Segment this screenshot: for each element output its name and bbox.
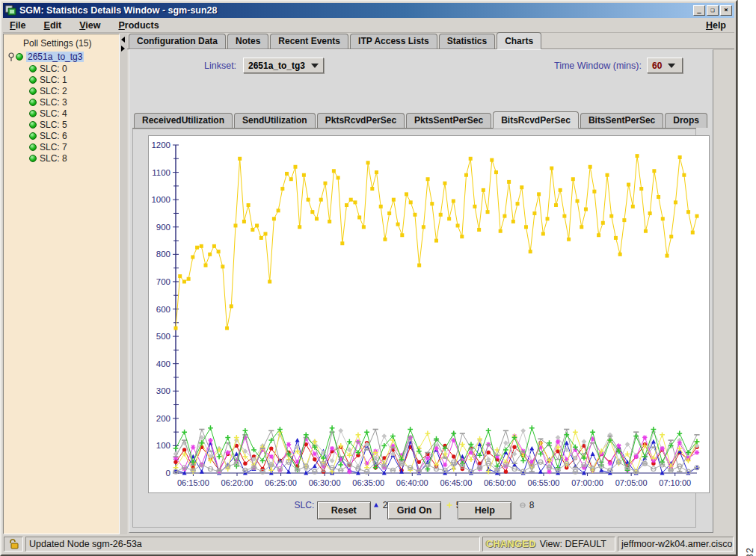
app-window: SGM: Statistics Details Window - sgm-sun… [0,0,737,556]
svg-text:0: 0 [166,469,170,478]
tree-item-label: SLC: 8 [40,153,67,164]
tab-configuration-data[interactable]: Configuration Data [129,34,226,49]
charts-tab-content: Linkset: 2651a_to_tg3 Time Window (mins)… [129,49,713,533]
tree-item-7[interactable]: SLC: 7 [29,141,119,152]
minimize-button[interactable]: _ [693,5,705,16]
chart-tab-bitssentpersec[interactable]: BitsSentPerSec [580,113,663,128]
menu-bar: FileEditViewProductsHelp [3,18,734,33]
tree-item-3[interactable]: SLC: 3 [29,96,119,108]
svg-text:1100: 1100 [152,168,170,177]
svg-text:900: 900 [156,223,170,232]
time-window-dropdown[interactable]: 60 [647,58,683,73]
tree-expand-handle[interactable] [7,52,16,62]
svg-text:06:25:00: 06:25:00 [265,478,297,487]
chart-card: 0100200300400500600700800900100011001200… [132,129,696,528]
chart-buttons-row: Reset Grid On Help [133,501,695,519]
chevron-down-icon [668,64,675,68]
host-name: jeffmoor-w2k04.amer.cisco.com [621,539,734,549]
reset-button[interactable]: Reset [317,501,371,519]
figure-number: 89582 [744,547,755,556]
tree-children: SLC: 0SLC: 1SLC: 2SLC: 3SLC: 4SLC: 5SLC:… [29,63,119,164]
status-ball-icon [29,65,37,72]
status-ball-icon [29,121,37,129]
chart-tab-receivedutilization[interactable]: ReceivedUtilization [134,113,233,128]
svg-text:07:10:00: 07:10:00 [659,478,691,487]
chart-tab-pktsrcvdpersec[interactable]: PktsRcvdPerSec [317,113,405,128]
tree-item-8[interactable]: SLC: 8 [29,152,119,164]
status-bar: Updated Node sgm-26-53a CHANGED View: DE… [3,535,734,553]
tab-recent-events[interactable]: Recent Events [270,34,348,49]
tree-item-label: SLC: 0 [40,64,67,74]
svg-text:06:35:00: 06:35:00 [352,478,384,487]
close-button[interactable]: × [720,5,732,16]
svg-text:07:05:00: 07:05:00 [615,478,648,487]
chart-tab-bitsrcvdpersec[interactable]: BitsRcvdPerSec [493,111,579,129]
status-message-panel: Updated Node sgm-26-53a [25,537,480,552]
tree-item-label: SLC: 7 [40,142,67,152]
menu-view[interactable]: View [77,19,102,31]
title-bar[interactable]: SGM: Statistics Details Window - sgm-sun… [3,3,734,18]
svg-text:100: 100 [156,441,170,450]
grid-on-button[interactable]: Grid On [387,501,442,519]
chart-tab-drops[interactable]: Drops [665,113,707,128]
svg-text:400: 400 [156,359,170,368]
chart-tab-strip: ReceivedUtilizationSendUtilizationPktsRc… [132,113,696,129]
menu-edit[interactable]: Edit [42,19,64,31]
tab-charts[interactable]: Charts [497,32,541,49]
series-slc-1 [174,154,699,330]
bits-rcvd-per-sec-chart: 0100200300400500600700800900100011001200… [149,136,709,492]
svg-text:500: 500 [156,332,170,341]
help-button[interactable]: Help [458,501,511,519]
tab-statistics[interactable]: Statistics [439,34,495,49]
time-window-value: 60 [652,61,662,71]
tree-item-5[interactable]: SLC: 5 [29,119,119,130]
svg-text:800: 800 [156,250,170,259]
menu-products[interactable]: Products [116,19,161,31]
svg-text:07:00:00: 07:00:00 [571,478,603,487]
status-ball-icon [29,110,37,117]
tree-item-label: SLC: 4 [40,108,67,119]
restore-button[interactable]: ❏ [707,5,719,16]
linkset-value: 2651a_to_tg3 [248,61,305,71]
split-pane-divider[interactable] [120,34,127,534]
tree-root-label[interactable]: 2651a_to_tg3 [26,52,84,62]
view-label: View: DEFAULT [540,539,606,549]
tree-root-node[interactable]: 2651a_to_tg3 [7,51,119,63]
status-ball-icon [29,132,37,140]
menu-file[interactable]: File [7,19,28,31]
tree-item-1[interactable]: SLC: 1 [29,74,119,85]
status-ball-icon [29,99,37,106]
tree-item-label: SLC: 6 [40,131,67,141]
chevron-down-icon [311,64,319,68]
tab-notes[interactable]: Notes [227,34,268,49]
tree-item-label: SLC: 5 [40,120,67,130]
screen: SGM: Statistics Details Window - sgm-sun… [0,0,756,556]
status-message: Updated Node sgm-26-53a [29,539,142,549]
collapse-right-icon[interactable] [121,46,125,52]
tab-itp-access-lists[interactable]: ITP Access Lists [350,34,437,49]
view-status-panel: CHANGED View: DEFAULT [482,537,615,552]
poll-settings-tree: Poll Settings (15) 2651a_to_tg3 SLC: 0SL… [3,34,120,534]
tree-item-label: SLC: 1 [40,75,67,85]
chart-tab-sendutilization[interactable]: SendUtilization [234,113,316,128]
tree-item-6[interactable]: SLC: 6 [29,130,119,141]
window-title: SGM: Statistics Details Window - sgm-sun… [19,5,218,16]
changed-badge: CHANGED [486,539,536,549]
linkset-label: Linkset: [204,61,236,71]
linkset-dropdown[interactable]: 2651a_to_tg3 [243,58,324,73]
status-ball-icon [29,155,37,162]
svg-text:1000: 1000 [151,195,170,204]
main-tab-strip: Configuration DataNotesRecent EventsITP … [127,34,734,49]
status-ball-icon [29,76,37,84]
tree-item-2[interactable]: SLC: 2 [29,85,119,96]
tree-item-4[interactable]: SLC: 4 [29,108,119,119]
menu-help[interactable]: Help [704,19,728,31]
tree-header: Poll Settings (15) [4,34,119,51]
tree-item-0[interactable]: SLC: 0 [29,63,119,74]
collapse-left-icon[interactable] [121,37,125,43]
svg-text:300: 300 [156,386,170,395]
svg-text:06:50:00: 06:50:00 [484,478,516,487]
app-icon [5,5,16,16]
chart-tab-pktssentpersec[interactable]: PktsSentPerSec [406,113,491,128]
status-ball-icon [29,87,37,95]
